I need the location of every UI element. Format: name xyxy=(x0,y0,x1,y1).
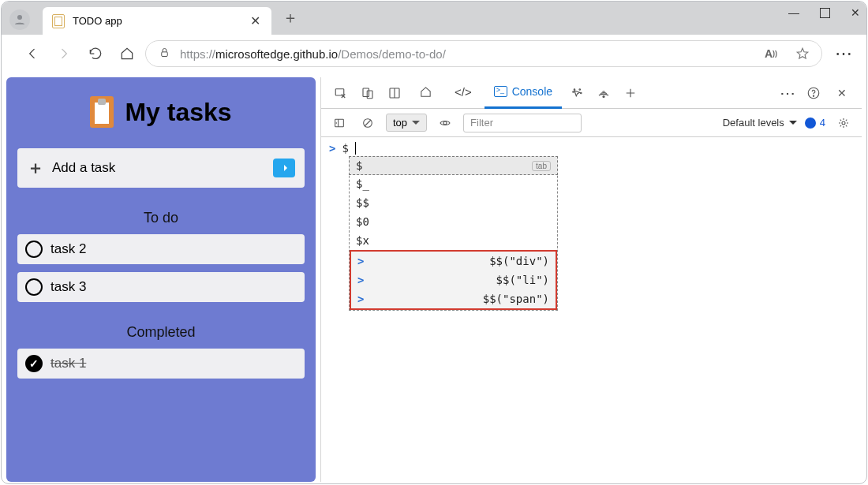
filter-input[interactable]: Filter xyxy=(463,114,582,132)
autocomplete-item[interactable]: $ tab xyxy=(349,156,558,175)
task-label: task 3 xyxy=(51,279,86,295)
issues-count: 4 xyxy=(820,117,825,129)
prompt-value: $ xyxy=(342,142,348,155)
history-arrow-icon: > xyxy=(357,274,364,286)
history-arrow-icon: > xyxy=(357,293,364,305)
svg-line-19 xyxy=(365,120,371,126)
autocomplete-history-item[interactable]: > $$("li") xyxy=(351,270,556,289)
todo-app: My tasks ＋ Add a task To do task 2 task … xyxy=(6,77,316,482)
console-settings-button[interactable] xyxy=(833,113,854,133)
task-label: task 2 xyxy=(51,241,86,257)
browser-tab[interactable]: TODO app ✕ xyxy=(43,7,271,35)
svg-point-0 xyxy=(17,15,22,20)
svg-rect-4 xyxy=(367,91,372,99)
filter-placeholder: Filter xyxy=(470,117,493,129)
home-button[interactable] xyxy=(114,40,140,67)
svg-point-11 xyxy=(603,95,604,97)
clipboard-icon xyxy=(90,96,114,128)
add-task-submit-button[interactable] xyxy=(273,159,295,177)
devtools-menu-button[interactable]: ⋯ xyxy=(780,84,797,103)
autocomplete-history-item[interactable]: > $$("span") xyxy=(351,289,556,308)
add-task-input[interactable]: ＋ Add a task xyxy=(17,148,305,188)
context-selector[interactable]: top xyxy=(386,114,427,132)
url-text: https://microsoftedge.github.io/Demos/de… xyxy=(180,47,750,61)
toggle-sidebar-button[interactable] xyxy=(329,113,350,133)
autocomplete-history-item[interactable]: > $$("div") xyxy=(351,252,556,270)
inspect-element-button[interactable] xyxy=(329,81,353,105)
tab-favicon-icon xyxy=(52,14,65,28)
favorite-button[interactable] xyxy=(791,43,814,65)
help-button[interactable] xyxy=(802,81,825,105)
more-tabs-button[interactable] xyxy=(619,81,642,105)
tab-console[interactable]: Console xyxy=(485,77,562,109)
new-tab-button[interactable]: ＋ xyxy=(282,7,298,28)
svg-rect-3 xyxy=(363,88,369,97)
tab-title: TODO app xyxy=(73,15,122,27)
task-label: task 1 xyxy=(51,356,86,371)
history-arrow-icon: > xyxy=(357,255,364,267)
refresh-button[interactable] xyxy=(82,40,109,67)
site-lock-icon[interactable] xyxy=(159,47,170,61)
devtools: </> Console ⋯ ✕ top xyxy=(320,77,862,482)
section-completed-label: Completed xyxy=(17,324,305,341)
autocomplete-item[interactable]: $0 xyxy=(350,212,557,231)
svg-point-20 xyxy=(443,121,447,125)
autocomplete-item[interactable]: $$ xyxy=(350,193,557,212)
devtools-close-button[interactable]: ✕ xyxy=(830,81,854,105)
log-levels-selector[interactable]: Default levels xyxy=(723,117,797,129)
browser-menu-button[interactable]: ⋯ xyxy=(835,43,854,64)
live-expression-button[interactable] xyxy=(435,113,455,133)
console-toolbar: top Filter Default levels 4 xyxy=(321,109,862,137)
window-controls: — ✕ xyxy=(788,6,860,19)
issues-button[interactable]: 4 xyxy=(805,117,825,129)
svg-point-9 xyxy=(579,88,581,90)
task-item[interactable]: task 3 xyxy=(17,272,305,302)
console-icon xyxy=(494,86,507,97)
read-aloud-button[interactable]: A)) xyxy=(760,43,782,65)
console-prompt[interactable]: > $ xyxy=(329,142,854,155)
svg-point-8 xyxy=(573,91,574,92)
forward-button xyxy=(51,40,77,67)
autocomplete-item[interactable]: $x xyxy=(350,231,557,250)
svg-point-21 xyxy=(842,121,845,125)
tab-elements[interactable]: </> xyxy=(445,77,481,109)
close-window-button[interactable]: ✕ xyxy=(851,6,860,19)
task-item[interactable]: task 2 xyxy=(17,234,305,264)
device-toolbar-button[interactable] xyxy=(356,81,380,105)
devtools-tabs: </> Console ⋯ ✕ xyxy=(321,77,862,109)
prompt-arrow-icon: > xyxy=(329,142,335,155)
addressbar: https://microsoftedge.github.io/Demos/de… xyxy=(2,35,866,73)
tab-close-button[interactable]: ✕ xyxy=(250,13,260,28)
tab-console-label: Console xyxy=(512,85,552,98)
url-bar[interactable]: https://microsoftedge.github.io/Demos/de… xyxy=(145,40,822,67)
clear-console-button[interactable] xyxy=(357,113,378,133)
autocomplete-popup: $ tab $_ $$ $0 $x > $$("div") > xyxy=(349,156,558,311)
back-button[interactable] xyxy=(19,40,46,67)
task-checkbox[interactable] xyxy=(25,278,43,296)
plus-icon: ＋ xyxy=(27,156,44,180)
task-checkbox[interactable] xyxy=(25,241,43,258)
svg-point-10 xyxy=(581,92,582,94)
svg-point-15 xyxy=(813,95,814,96)
autocomplete-history-group: > $$("div") > $$("li") > $$("span") xyxy=(350,250,557,310)
task-checkbox[interactable] xyxy=(25,355,43,372)
tab-sources-icon[interactable] xyxy=(565,81,589,105)
tab-welcome[interactable] xyxy=(410,77,442,109)
svg-rect-2 xyxy=(335,88,344,95)
chevron-down-icon xyxy=(789,121,797,129)
tab-network-icon[interactable] xyxy=(592,81,615,105)
console-body[interactable]: > $ $ tab $_ $$ $0 $x > $$("div") xyxy=(321,137,862,482)
profile-avatar[interactable] xyxy=(9,9,30,30)
dock-side-button[interactable] xyxy=(383,81,406,105)
minimize-button[interactable]: — xyxy=(788,6,799,19)
task-item[interactable]: task 1 xyxy=(17,349,305,379)
maximize-button[interactable] xyxy=(820,8,830,18)
svg-point-7 xyxy=(574,88,575,90)
svg-rect-1 xyxy=(162,52,168,57)
page-title-text: My tasks xyxy=(125,98,231,127)
autocomplete-item[interactable]: $_ xyxy=(350,174,557,193)
text-cursor xyxy=(355,142,356,155)
section-todo-label: To do xyxy=(17,210,305,226)
page-title: My tasks xyxy=(17,96,305,128)
add-task-placeholder: Add a task xyxy=(52,160,115,176)
